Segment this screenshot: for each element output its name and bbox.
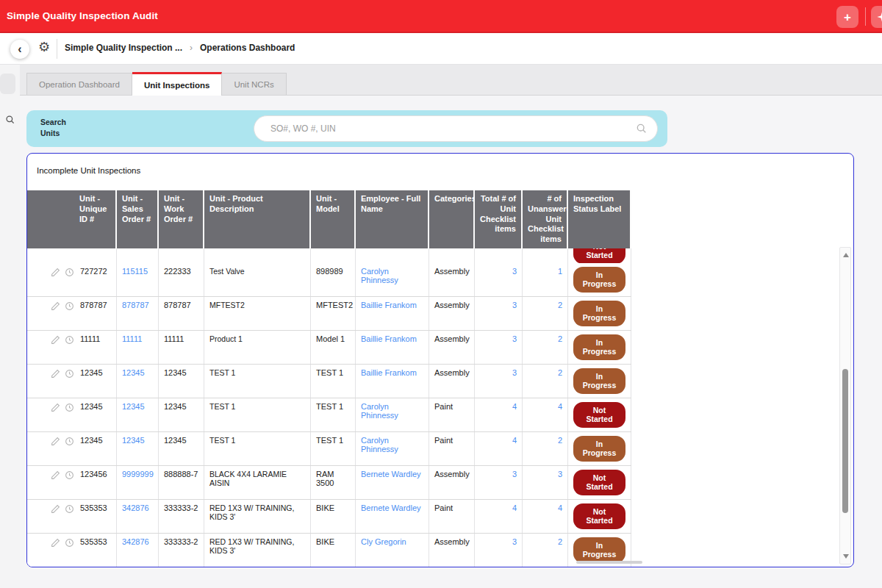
edit-icon[interactable] xyxy=(51,504,60,514)
employee-link[interactable]: Carolyn Phinnessy xyxy=(361,436,398,453)
cell-category: Assembly xyxy=(429,534,475,567)
column-header[interactable]: Unit - Sales Order # xyxy=(117,190,159,248)
scrollbar-thumb[interactable] xyxy=(842,369,848,513)
sales-order-link[interactable]: 9999999 xyxy=(122,470,154,478)
clock-icon[interactable] xyxy=(65,504,74,514)
cell-total-checklist-items: 4 xyxy=(475,432,523,465)
employee-link[interactable]: Bernete Wardley xyxy=(361,470,421,478)
cell-unique-id: 123456 xyxy=(27,466,117,499)
unit-unique-id: 12345 xyxy=(80,368,103,377)
cell-unique-id: 535353 xyxy=(27,500,117,533)
clock-icon[interactable] xyxy=(65,437,74,446)
edit-icon[interactable] xyxy=(51,403,60,412)
edit-icon[interactable] xyxy=(51,470,60,480)
edit-icon[interactable] xyxy=(51,268,60,277)
edit-icon[interactable] xyxy=(51,301,60,311)
column-header[interactable]: Unit - Work Order # xyxy=(159,190,204,248)
scroll-down-arrow[interactable] xyxy=(843,554,849,559)
unit-unique-id: 123456 xyxy=(80,470,107,478)
employee-link[interactable]: Baillie Frankom xyxy=(361,368,417,377)
vertical-scrollbar[interactable] xyxy=(839,247,851,564)
cell-total-checklist-items: 4 xyxy=(475,500,523,533)
edit-icon[interactable] xyxy=(51,369,60,379)
sales-order-link[interactable]: 878787 xyxy=(122,301,149,309)
column-header[interactable]: Inspection Status Label xyxy=(568,190,631,248)
cell-employee: Cly Gregorin xyxy=(356,534,429,567)
tab-unit-inspections[interactable]: Unit Inspections xyxy=(132,72,222,96)
cell-inspection-status: In Progress xyxy=(568,297,631,330)
breadcrumb-chevron-icon: › xyxy=(190,43,193,53)
cell-inspection-status: Not Started xyxy=(568,500,631,533)
cell-product-description: Product 1 xyxy=(204,331,311,364)
breadcrumb: Simple Quality Inspection ...›Operations… xyxy=(65,43,295,53)
edit-icon[interactable] xyxy=(51,437,60,446)
clock-icon[interactable] xyxy=(65,538,74,548)
rail-search-icon[interactable] xyxy=(5,115,15,128)
back-button[interactable]: ‹ xyxy=(10,40,29,59)
sales-order-link[interactable]: 115115 xyxy=(122,267,148,276)
cell-inspection-status: In Progress xyxy=(568,432,631,465)
cell-employee: Carolyn Phinnessy xyxy=(356,398,429,431)
cell-employee: Baillie Frankom xyxy=(356,331,429,364)
employee-link[interactable]: Carolyn Phinnessy xyxy=(361,402,398,420)
employee-link[interactable]: Cly Gregorin xyxy=(361,537,406,546)
cell-model: RAM 3500 xyxy=(311,466,356,499)
cell-inspection-status: In Progress xyxy=(568,331,631,364)
clock-icon[interactable] xyxy=(65,335,74,345)
cell-sales-order: 12345 xyxy=(117,432,159,465)
cell-inspection-status: Not Started xyxy=(568,398,631,431)
cell-model: TEST 1 xyxy=(311,432,356,465)
employee-link[interactable]: Baillie Frankom xyxy=(361,301,417,309)
settings-gear-icon[interactable]: ⚙ xyxy=(38,39,50,54)
sales-order-link[interactable]: 342876 xyxy=(122,537,149,546)
table-row: 535353342876333333-2RED 1X3 W/ TRAINING,… xyxy=(27,500,631,534)
cell-model: BIKE xyxy=(311,534,356,567)
column-header[interactable]: Unit - Model xyxy=(311,190,356,248)
breadcrumb-bar: ‹ ⚙ Simple Quality Inspection ...›Operat… xyxy=(0,33,882,65)
status-badge: In Progress xyxy=(573,334,625,360)
sales-order-link[interactable]: 342876 xyxy=(122,503,149,512)
employee-link[interactable]: Carolyn Phinnessy xyxy=(361,267,398,284)
column-header[interactable]: Categories xyxy=(429,190,475,248)
clock-icon[interactable] xyxy=(65,470,74,480)
add-button[interactable]: + xyxy=(836,6,858,28)
cell-product-description: Test Valve xyxy=(204,263,311,296)
table-row: 727272115115222333Test Valve898989Caroly… xyxy=(27,263,631,297)
tab-operation-dashboard[interactable]: Operation Dashboard xyxy=(26,73,132,95)
rail-pill[interactable] xyxy=(0,74,15,94)
app-window: Simple Quality Inspection Audit + ‹ ⚙ Si… xyxy=(0,0,882,588)
clock-icon[interactable] xyxy=(65,403,74,412)
cell-inspection-status: Not Started xyxy=(568,466,631,499)
column-header[interactable]: Unit - Product Description xyxy=(204,190,311,248)
employee-link[interactable]: Bernete Wardley xyxy=(361,503,421,512)
status-badge: In Progress xyxy=(573,436,625,462)
status-badge: Not Started xyxy=(573,470,625,495)
tab-strip: Operation Dashboard Unit Inspections Uni… xyxy=(20,65,882,96)
search-units-label: Search Units xyxy=(40,117,76,139)
edit-icon[interactable] xyxy=(51,538,60,548)
search-units-input[interactable] xyxy=(270,116,631,141)
column-header[interactable]: Total # of Unit Checklist items xyxy=(475,190,523,248)
sales-order-link[interactable]: 12345 xyxy=(122,436,145,445)
clock-icon[interactable] xyxy=(65,301,74,311)
scroll-up-arrow[interactable] xyxy=(843,253,849,257)
horizontal-scrollbar-thumb[interactable] xyxy=(576,561,642,564)
column-header[interactable]: # of Unanswered Unit Checklist items xyxy=(523,190,568,248)
clock-icon[interactable] xyxy=(65,268,74,277)
column-header[interactable]: Unit - Unique ID # xyxy=(27,190,117,248)
column-header[interactable]: Employee - Full Name xyxy=(356,190,429,248)
sales-order-link[interactable]: 12345 xyxy=(122,368,145,377)
edit-icon[interactable] xyxy=(51,335,60,345)
breadcrumb-app-link[interactable]: Simple Quality Inspection ... xyxy=(65,43,182,53)
tab-unit-ncrs[interactable]: Unit NCRs xyxy=(222,73,286,95)
employee-link[interactable]: Baillie Frankom xyxy=(361,334,417,343)
table-row: 123451234512345TEST 1TEST 1Carolyn Phinn… xyxy=(27,398,631,432)
cell-unique-id: 878787 xyxy=(27,297,117,330)
sparkle-button[interactable] xyxy=(871,6,882,28)
sales-order-link[interactable]: 12345 xyxy=(122,402,145,411)
cell-employee xyxy=(356,248,429,263)
table-body: 00Not Started727272115115222333Test Valv… xyxy=(27,248,631,567)
sales-order-link[interactable]: 11111 xyxy=(122,334,142,343)
cell-category: Assembly xyxy=(429,365,475,398)
clock-icon[interactable] xyxy=(65,369,74,379)
